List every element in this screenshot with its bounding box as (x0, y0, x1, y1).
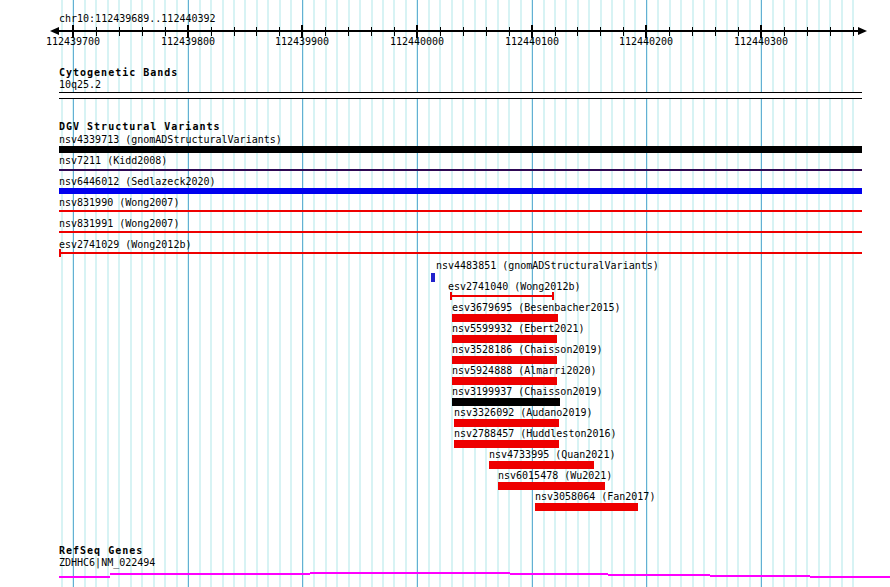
variant-label[interactable]: nsv4733995 (Quan2021) (489, 449, 615, 460)
variant-label[interactable]: nsv5924888 (Almarri2020) (452, 365, 597, 376)
region-label: chr10:112439689..112440392 (59, 13, 216, 24)
genome-browser-panel: chr10:112439689..112440392 112439700 112… (0, 0, 890, 587)
variant-bar[interactable] (498, 482, 605, 490)
coordinate-gridlines (59, 0, 862, 587)
variant-label[interactable]: nsv3528186 (Chaisson2019) (452, 344, 603, 355)
tick-label: 112439900 (262, 36, 342, 47)
variant-bar[interactable] (59, 169, 862, 171)
gene-intron-segment (510, 573, 608, 575)
variant-bar[interactable] (452, 314, 558, 322)
variant-bar[interactable] (452, 377, 557, 385)
tick-label: 112440200 (606, 36, 686, 47)
gene-intron-segment (608, 574, 710, 576)
variant-bar[interactable] (535, 503, 638, 511)
variant-label[interactable]: esv2741040 (Wong2012b) (448, 281, 580, 292)
variant-bar[interactable] (59, 210, 862, 212)
variant-right-cap (552, 292, 554, 300)
gene-intron-segment (810, 576, 890, 578)
variant-bar[interactable] (59, 146, 862, 153)
variant-bar[interactable] (59, 252, 862, 254)
variant-bar[interactable] (452, 335, 557, 343)
gene-intron-segment (59, 576, 110, 578)
axis-line (56, 30, 862, 32)
variant-bar[interactable] (450, 295, 554, 297)
variant-bar[interactable] (59, 231, 862, 233)
variant-label[interactable]: nsv3326092 (Audano2019) (454, 407, 592, 418)
variant-label[interactable]: nsv4339713 (gnomADStructuralVariants) (59, 134, 282, 145)
variant-label[interactable]: nsv6446012 (Sedlazeck2020) (59, 176, 216, 187)
gene-label[interactable]: ZDHHC6|NM_022494 (59, 557, 155, 568)
variant-label[interactable]: nsv4483851 (gnomADStructuralVariants) (436, 260, 659, 271)
variant-bar[interactable] (452, 356, 557, 364)
gene-intron-segment (310, 572, 510, 574)
variant-label[interactable]: esv3679695 (Besenbacher2015) (452, 302, 621, 313)
gene-intron-segment (710, 575, 810, 577)
variant-label[interactable]: nsv7211 (Kidd2008) (59, 155, 167, 166)
variant-bar[interactable] (431, 273, 435, 282)
cytoband-label[interactable]: 10q25.2 (59, 79, 101, 90)
gene-intron-segment (110, 573, 310, 575)
dgv-section-title: DGV Structural Variants (59, 121, 220, 133)
tick-label: 112440000 (377, 36, 457, 47)
variant-bar[interactable] (59, 188, 862, 194)
variant-bar[interactable] (489, 461, 594, 469)
variant-label[interactable]: nsv6015478 (Wu2021) (498, 470, 612, 481)
tick-label: 112440100 (492, 36, 572, 47)
axis-right-arrow-icon (858, 27, 867, 35)
variant-label[interactable]: nsv831990 (Wong2007) (59, 197, 179, 208)
tick-label: 112440300 (721, 36, 801, 47)
cytoband-glyph[interactable] (59, 92, 862, 99)
tick-label: 112439700 (33, 36, 113, 47)
refseq-section-title: RefSeq Genes (59, 545, 143, 557)
variant-bar[interactable] (454, 440, 559, 448)
variant-label[interactable]: nsv831991 (Wong2007) (59, 218, 179, 229)
variant-label[interactable]: esv2741029 (Wong2012b) (59, 239, 191, 250)
axis-left-arrow-icon (50, 27, 59, 35)
variant-label[interactable]: nsv3199937 (Chaisson2019) (452, 386, 603, 397)
variant-label[interactable]: nsv2788457 (Huddleston2016) (454, 428, 617, 439)
variant-bar[interactable] (452, 398, 560, 406)
variant-label[interactable]: nsv5599932 (Ebert2021) (452, 323, 584, 334)
variant-bar[interactable] (454, 419, 559, 427)
tick-label: 112439800 (148, 36, 228, 47)
variant-label[interactable]: nsv3058064 (Fan2017) (535, 491, 655, 502)
cytogenetic-section-title: Cytogenetic Bands (59, 67, 178, 79)
